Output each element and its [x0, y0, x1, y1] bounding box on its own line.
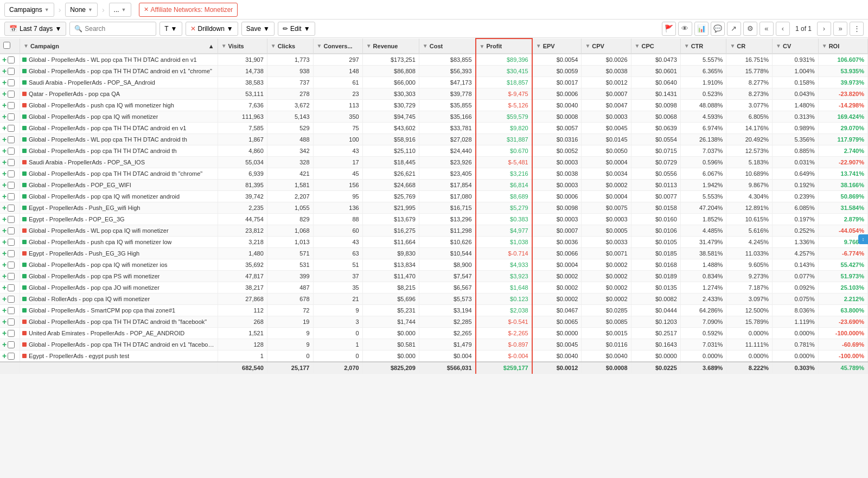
row-checkbox[interactable]	[8, 182, 15, 189]
row-cr: 15.778%	[726, 66, 773, 77]
row-checkbox[interactable]	[8, 284, 15, 291]
th-visits[interactable]: ▼Visits	[218, 39, 267, 54]
row-checkbox[interactable]	[8, 239, 15, 246]
row-add-icon[interactable]: +	[2, 124, 7, 132]
row-add-icon[interactable]: +	[2, 226, 7, 235]
campaigns-dropdown[interactable]: Campaigns ▼	[4, 3, 54, 17]
scroll-indicator[interactable]: ↕	[858, 234, 868, 244]
th-cr[interactable]: ▼CR	[726, 39, 773, 54]
row-checkbox[interactable]	[8, 227, 15, 234]
search-container: 🔍	[69, 22, 156, 36]
th-ctr[interactable]: ▼CTR	[680, 39, 726, 54]
eye-button[interactable]: 👁	[678, 22, 692, 36]
row-add-icon[interactable]: +	[2, 158, 7, 167]
row-add-icon[interactable]: +	[2, 101, 7, 110]
row-add-icon[interactable]: +	[2, 55, 7, 64]
more-button[interactable]: ⋮	[850, 22, 864, 36]
row-checkbox[interactable]	[8, 296, 15, 303]
row-add-icon[interactable]: +	[2, 67, 7, 75]
row-checkbox[interactable]	[8, 136, 15, 143]
cv-filter-icon: ▼	[776, 43, 781, 49]
next-page-button[interactable]: ›	[817, 22, 831, 36]
th-revenue[interactable]: ▼Revenue	[362, 39, 419, 54]
th-clicks[interactable]: ▼Clicks	[267, 39, 313, 54]
comment-button[interactable]: 💬	[711, 22, 725, 36]
th-epv[interactable]: ▼EPV	[532, 39, 582, 54]
row-checkbox[interactable]	[8, 193, 15, 200]
th-conv[interactable]: ▼Convers...	[313, 39, 362, 54]
row-cpv: $0.0002	[582, 271, 631, 282]
row-checkbox[interactable]	[8, 205, 15, 212]
last-page-button[interactable]: »	[833, 22, 847, 36]
none-dropdown[interactable]: None ▼	[65, 3, 98, 17]
th-cpv[interactable]: ▼CPV	[582, 39, 631, 54]
flag-button[interactable]: 🚩	[662, 22, 676, 36]
row-checkbox[interactable]	[8, 102, 15, 109]
chart-button[interactable]: 📊	[694, 22, 709, 36]
row-add-icon[interactable]: +	[2, 306, 7, 315]
row-cv: 0.885%	[773, 145, 819, 157]
row-checkbox[interactable]	[8, 262, 15, 269]
row-add-icon[interactable]: +	[2, 249, 7, 258]
row-add-icon[interactable]: +	[2, 146, 7, 155]
row-checkbox[interactable]	[8, 318, 15, 326]
row-add-icon[interactable]: +	[2, 295, 7, 303]
select-all-checkbox[interactable]	[3, 42, 10, 49]
row-cpv: $0.0015	[582, 328, 631, 339]
prev-page-button[interactable]: ‹	[776, 22, 790, 36]
settings-button[interactable]: ⚙	[743, 22, 757, 36]
t-button[interactable]: T ▼	[159, 22, 182, 36]
row-checkbox[interactable]	[8, 91, 15, 98]
export-button[interactable]: ↗	[727, 22, 741, 36]
row-checkbox[interactable]	[8, 273, 15, 280]
row-checkbox[interactable]	[8, 79, 15, 86]
row-checkbox[interactable]	[8, 148, 15, 155]
row-add-icon[interactable]: +	[2, 215, 7, 224]
row-checkbox[interactable]	[8, 341, 15, 348]
date-range-button[interactable]: 📅 Last 7 days ▼	[4, 22, 66, 36]
row-checkbox[interactable]	[8, 56, 15, 63]
row-conv: 45	[313, 168, 362, 180]
campaign-name: United Arab Emirates - PropellerAds - PO…	[29, 330, 184, 336]
affiliate-networks-tag[interactable]: ✕ Affiliate Networks: Monetizer	[139, 3, 238, 17]
th-cpc[interactable]: ▼CPC	[631, 39, 680, 54]
row-add-icon[interactable]: +	[2, 340, 7, 349]
th-roi[interactable]: ▼ROI	[818, 39, 867, 54]
th-cv[interactable]: ▼CV	[773, 39, 819, 54]
row-cpv: $0.0071	[582, 248, 631, 259]
first-page-button[interactable]: «	[760, 22, 774, 36]
row-checkbox[interactable]	[8, 68, 15, 75]
row-checkbox[interactable]	[8, 216, 15, 223]
row-add-icon[interactable]: +	[2, 90, 7, 98]
row-add-icon[interactable]: +	[2, 203, 7, 212]
row-add-icon[interactable]: +	[2, 192, 7, 201]
row-checkbox[interactable]	[8, 250, 15, 257]
row-add-icon[interactable]: +	[2, 329, 7, 337]
search-input[interactable]	[85, 25, 150, 33]
row-checkbox[interactable]	[8, 307, 15, 314]
row-add-icon[interactable]: +	[2, 283, 7, 292]
extra-dropdown[interactable]: ... ▼	[109, 3, 131, 17]
row-add-icon[interactable]: +	[2, 78, 7, 87]
row-add-icon[interactable]: +	[2, 352, 7, 360]
row-add-icon[interactable]: +	[2, 135, 7, 144]
row-checkbox[interactable]	[8, 170, 15, 177]
row-checkbox[interactable]	[8, 353, 15, 360]
row-add-icon[interactable]: +	[2, 272, 7, 281]
th-cost[interactable]: ▼Cost	[419, 39, 475, 54]
row-checkbox[interactable]	[8, 125, 15, 132]
row-add-icon[interactable]: +	[2, 181, 7, 189]
row-checkbox[interactable]	[8, 159, 15, 166]
row-add-icon[interactable]: +	[2, 169, 7, 178]
th-campaign[interactable]: ▼ Campaign ▲	[20, 39, 218, 54]
row-add-icon[interactable]: +	[2, 112, 7, 121]
edit-button[interactable]: ✏ Edit ▼	[278, 22, 315, 36]
columns-button[interactable]: Save ▼	[241, 22, 275, 36]
drilldown-button[interactable]: ✕ Drilldown ▼	[186, 22, 238, 36]
row-add-icon[interactable]: +	[2, 317, 7, 326]
row-checkbox[interactable]	[8, 113, 15, 120]
row-add-icon[interactable]: +	[2, 238, 7, 246]
row-checkbox[interactable]	[8, 330, 15, 337]
row-add-icon[interactable]: +	[2, 260, 7, 269]
th-profit[interactable]: ▼Profit	[476, 39, 532, 54]
